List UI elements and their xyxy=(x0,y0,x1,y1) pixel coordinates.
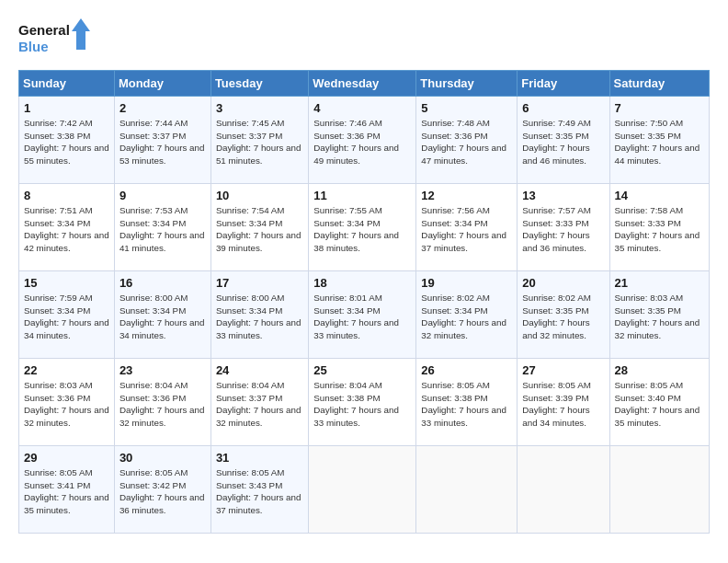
day-number: 25 xyxy=(313,363,411,377)
calendar-cell: 30 Sunrise: 8:05 AM Sunset: 3:42 PM Dayl… xyxy=(114,446,210,534)
calendar-cell: 8 Sunrise: 7:51 AM Sunset: 3:34 PM Dayli… xyxy=(19,184,115,271)
calendar-cell: 12 Sunrise: 7:56 AM Sunset: 3:34 PM Dayl… xyxy=(416,184,518,271)
calendar-cell: 1 Sunrise: 7:42 AM Sunset: 3:38 PM Dayli… xyxy=(19,97,115,184)
day-info: Sunrise: 8:04 AM Sunset: 3:36 PM Dayligh… xyxy=(119,379,206,430)
calendar-week-row: 1 Sunrise: 7:42 AM Sunset: 3:38 PM Dayli… xyxy=(19,97,710,184)
day-number: 22 xyxy=(24,363,109,377)
day-number: 2 xyxy=(119,101,206,115)
day-info: Sunrise: 7:58 AM Sunset: 3:33 PM Dayligh… xyxy=(615,204,704,255)
day-info: Sunrise: 7:48 AM Sunset: 3:36 PM Dayligh… xyxy=(421,117,512,167)
day-number: 26 xyxy=(421,363,512,377)
calendar-cell: 5 Sunrise: 7:48 AM Sunset: 3:36 PM Dayli… xyxy=(416,97,518,184)
day-info: Sunrise: 7:42 AM Sunset: 3:38 PM Dayligh… xyxy=(24,117,109,167)
calendar-cell: 18 Sunrise: 8:01 AM Sunset: 3:34 PM Dayl… xyxy=(309,271,416,359)
day-info: Sunrise: 8:00 AM Sunset: 3:34 PM Dayligh… xyxy=(216,292,303,342)
day-info: Sunrise: 7:50 AM Sunset: 3:35 PM Dayligh… xyxy=(615,117,704,167)
calendar-cell: 16 Sunrise: 8:00 AM Sunset: 3:34 PM Dayl… xyxy=(114,271,210,359)
day-info: Sunrise: 7:55 AM Sunset: 3:34 PM Dayligh… xyxy=(313,204,411,255)
calendar-cell: 22 Sunrise: 8:03 AM Sunset: 3:36 PM Dayl… xyxy=(19,359,115,446)
weekday-header-tuesday: Tuesday xyxy=(210,71,308,97)
day-info: Sunrise: 8:03 AM Sunset: 3:36 PM Dayligh… xyxy=(24,379,109,430)
day-number: 19 xyxy=(421,276,512,290)
day-number: 16 xyxy=(119,276,206,290)
day-info: Sunrise: 7:59 AM Sunset: 3:34 PM Dayligh… xyxy=(24,292,109,342)
calendar-cell xyxy=(416,446,518,534)
calendar-cell: 31 Sunrise: 8:05 AM Sunset: 3:43 PM Dayl… xyxy=(210,446,308,534)
day-number: 18 xyxy=(313,276,411,290)
calendar-cell: 2 Sunrise: 7:44 AM Sunset: 3:37 PM Dayli… xyxy=(114,97,210,184)
day-number: 20 xyxy=(522,276,604,290)
day-number: 10 xyxy=(216,189,303,202)
calendar-week-row: 22 Sunrise: 8:03 AM Sunset: 3:36 PM Dayl… xyxy=(19,359,710,446)
calendar-cell xyxy=(518,446,609,534)
calendar-cell: 9 Sunrise: 7:53 AM Sunset: 3:34 PM Dayli… xyxy=(114,184,210,271)
day-info: Sunrise: 8:02 AM Sunset: 3:34 PM Dayligh… xyxy=(421,292,512,342)
weekday-header-monday: Monday xyxy=(114,71,210,97)
day-info: Sunrise: 8:02 AM Sunset: 3:35 PM Dayligh… xyxy=(522,292,604,342)
day-number: 8 xyxy=(24,189,109,202)
day-number: 3 xyxy=(216,101,303,115)
day-number: 23 xyxy=(119,363,206,377)
day-number: 7 xyxy=(615,101,704,115)
day-info: Sunrise: 8:05 AM Sunset: 3:40 PM Dayligh… xyxy=(615,379,704,430)
calendar-cell: 28 Sunrise: 8:05 AM Sunset: 3:40 PM Dayl… xyxy=(609,359,709,446)
day-info: Sunrise: 8:05 AM Sunset: 3:41 PM Dayligh… xyxy=(24,466,109,517)
day-info: Sunrise: 7:45 AM Sunset: 3:37 PM Dayligh… xyxy=(216,117,303,167)
svg-text:General: General xyxy=(18,22,70,38)
day-number: 6 xyxy=(522,101,604,115)
calendar-week-row: 29 Sunrise: 8:05 AM Sunset: 3:41 PM Dayl… xyxy=(19,446,710,534)
calendar-cell xyxy=(309,446,416,534)
svg-text:Blue: Blue xyxy=(18,39,49,54)
calendar-cell: 25 Sunrise: 8:04 AM Sunset: 3:38 PM Dayl… xyxy=(309,359,416,446)
day-info: Sunrise: 8:05 AM Sunset: 3:38 PM Dayligh… xyxy=(421,379,512,430)
calendar-cell: 27 Sunrise: 8:05 AM Sunset: 3:39 PM Dayl… xyxy=(518,359,609,446)
day-number: 13 xyxy=(522,189,604,202)
calendar-cell: 14 Sunrise: 7:58 AM Sunset: 3:33 PM Dayl… xyxy=(609,184,709,271)
day-info: Sunrise: 8:04 AM Sunset: 3:37 PM Dayligh… xyxy=(216,379,303,430)
day-info: Sunrise: 7:51 AM Sunset: 3:34 PM Dayligh… xyxy=(24,204,109,255)
weekday-header-row: SundayMondayTuesdayWednesdayThursdayFrid… xyxy=(19,71,710,97)
day-info: Sunrise: 8:03 AM Sunset: 3:35 PM Dayligh… xyxy=(615,292,704,342)
day-info: Sunrise: 8:01 AM Sunset: 3:34 PM Dayligh… xyxy=(313,292,411,342)
calendar-cell: 17 Sunrise: 8:00 AM Sunset: 3:34 PM Dayl… xyxy=(210,271,308,359)
svg-marker-2 xyxy=(72,18,90,50)
calendar-cell: 19 Sunrise: 8:02 AM Sunset: 3:34 PM Dayl… xyxy=(416,271,518,359)
calendar-cell: 20 Sunrise: 8:02 AM Sunset: 3:35 PM Dayl… xyxy=(518,271,609,359)
day-number: 12 xyxy=(421,189,512,202)
day-info: Sunrise: 7:56 AM Sunset: 3:34 PM Dayligh… xyxy=(421,204,512,255)
day-number: 15 xyxy=(24,276,109,290)
calendar-cell: 3 Sunrise: 7:45 AM Sunset: 3:37 PM Dayli… xyxy=(210,97,308,184)
calendar-cell: 10 Sunrise: 7:54 AM Sunset: 3:34 PM Dayl… xyxy=(210,184,308,271)
calendar-cell: 4 Sunrise: 7:46 AM Sunset: 3:36 PM Dayli… xyxy=(309,97,416,184)
day-number: 24 xyxy=(216,363,303,377)
day-info: Sunrise: 7:57 AM Sunset: 3:33 PM Dayligh… xyxy=(522,204,604,255)
day-info: Sunrise: 8:05 AM Sunset: 3:39 PM Dayligh… xyxy=(522,379,604,430)
calendar-week-row: 15 Sunrise: 7:59 AM Sunset: 3:34 PM Dayl… xyxy=(19,271,710,359)
weekday-header-saturday: Saturday xyxy=(609,71,709,97)
day-info: Sunrise: 7:54 AM Sunset: 3:34 PM Dayligh… xyxy=(216,204,303,255)
day-number: 11 xyxy=(313,189,411,202)
calendar-cell: 24 Sunrise: 8:04 AM Sunset: 3:37 PM Dayl… xyxy=(210,359,308,446)
calendar-table: SundayMondayTuesdayWednesdayThursdayFrid… xyxy=(18,70,710,534)
day-info: Sunrise: 7:53 AM Sunset: 3:34 PM Dayligh… xyxy=(119,204,206,255)
weekday-header-wednesday: Wednesday xyxy=(309,71,416,97)
day-info: Sunrise: 7:49 AM Sunset: 3:35 PM Dayligh… xyxy=(522,117,604,167)
day-number: 30 xyxy=(119,451,206,465)
calendar-cell: 6 Sunrise: 7:49 AM Sunset: 3:35 PM Dayli… xyxy=(518,97,609,184)
day-number: 5 xyxy=(421,101,512,115)
calendar-cell xyxy=(609,446,709,534)
day-number: 17 xyxy=(216,276,303,290)
day-number: 14 xyxy=(615,189,704,202)
calendar-cell: 29 Sunrise: 8:05 AM Sunset: 3:41 PM Dayl… xyxy=(19,446,115,534)
day-number: 9 xyxy=(119,189,206,202)
calendar-cell: 7 Sunrise: 7:50 AM Sunset: 3:35 PM Dayli… xyxy=(609,97,709,184)
day-number: 1 xyxy=(24,101,109,115)
weekday-header-thursday: Thursday xyxy=(416,71,518,97)
day-number: 27 xyxy=(522,363,604,377)
calendar-cell: 21 Sunrise: 8:03 AM Sunset: 3:35 PM Dayl… xyxy=(609,271,709,359)
day-number: 21 xyxy=(615,276,704,290)
day-number: 4 xyxy=(313,101,411,115)
calendar-cell: 13 Sunrise: 7:57 AM Sunset: 3:33 PM Dayl… xyxy=(518,184,609,271)
day-info: Sunrise: 7:46 AM Sunset: 3:36 PM Dayligh… xyxy=(313,117,411,167)
logo: General Blue xyxy=(18,15,92,61)
